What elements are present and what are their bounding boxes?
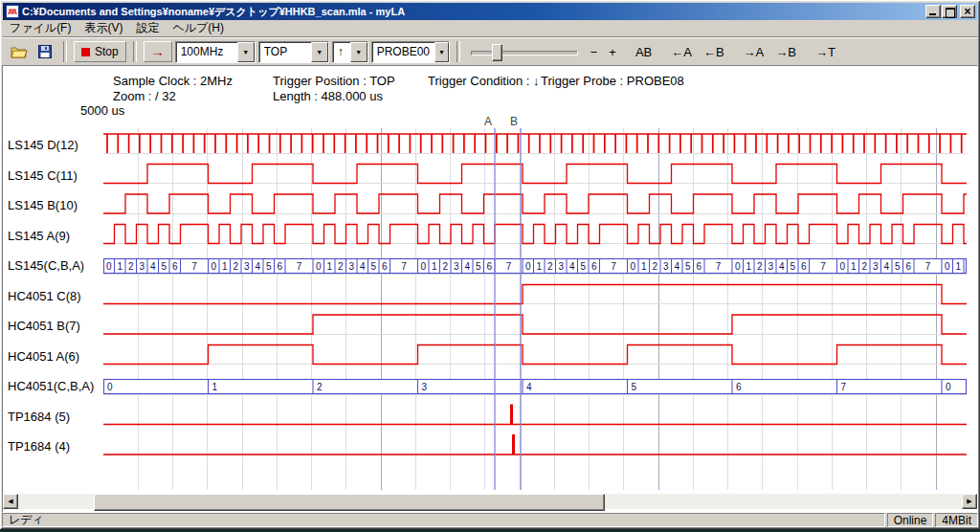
sample-clock-info: Sample Clock : 2MHz: [113, 74, 233, 88]
channel-label: LS145(C,B,A): [8, 258, 84, 273]
zoom-button-1[interactable]: −: [585, 41, 604, 62]
save-button[interactable]: [33, 41, 56, 62]
zoom-button-group: −+AB←A←B→A→B→T: [585, 41, 841, 62]
scroll-right-icon: ▶: [967, 498, 971, 505]
channel-label: LS145 B(10): [8, 198, 78, 212]
bus-value: 0: [107, 382, 113, 392]
bus-value: 2: [443, 261, 449, 272]
status-bar: レディ Online 4MBit: [2, 513, 978, 527]
bus-value: 7: [841, 382, 847, 392]
scrollbar-thumb[interactable]: [94, 494, 605, 511]
bus-value: 6: [172, 261, 178, 272]
bus-value: 1: [212, 382, 218, 392]
bus-value: 5: [371, 261, 377, 272]
bus-value: 2: [653, 261, 658, 272]
bus-value: 6: [801, 261, 807, 272]
open-file-button[interactable]: [8, 41, 31, 62]
zoom-slider-handle[interactable]: [492, 44, 502, 61]
bus-value: 3: [873, 261, 879, 272]
zoom-button-6[interactable]: →A: [738, 41, 770, 62]
bus-value: 4: [150, 261, 156, 272]
waveform-svg[interactable]: 0123456701234567012345670123456701234567…: [103, 115, 967, 492]
menu-item[interactable]: 表示(V): [78, 19, 129, 37]
bus-value: 4: [884, 261, 890, 272]
channel-label: HC4051 B(7): [8, 319, 80, 333]
run-button[interactable]: →: [144, 41, 172, 62]
bus-value: 7: [401, 261, 407, 272]
zoom-slider[interactable]: [471, 41, 578, 62]
trigger-position-select[interactable]: TOP ▼: [258, 41, 329, 63]
horizontal-scrollbar[interactable]: ◀ ▶: [3, 494, 977, 509]
channel-label: LS145 C(11): [8, 168, 78, 183]
bus-value: 4: [569, 261, 575, 272]
bus-value: 2: [757, 261, 763, 272]
bus-value: 3: [349, 261, 355, 272]
close-icon: ×: [964, 7, 970, 16]
scroll-right-button[interactable]: ▶: [962, 494, 977, 509]
bus-value: 4: [360, 261, 366, 272]
pulse-mark: [512, 434, 515, 454]
bus-value: 0: [106, 261, 112, 272]
channel-label: TP1684 (4): [8, 439, 70, 454]
bus-value: 3: [140, 261, 145, 272]
bus-value: 7: [297, 261, 302, 272]
stop-label: Stop: [95, 45, 119, 58]
menu-item[interactable]: ファイル(F): [3, 19, 78, 37]
zoom-button-5[interactable]: ←B: [698, 41, 730, 62]
bus-value: 6: [382, 261, 388, 272]
bus-value: 1: [432, 261, 437, 272]
zoom-button-2[interactable]: +: [603, 41, 622, 62]
marker-label: B: [510, 115, 518, 128]
waveform-trace: [103, 194, 967, 213]
menu-bar: ファイル(F)表示(V)設定ヘルプ(H): [3, 20, 977, 36]
bus-value: 4: [675, 261, 680, 272]
folder-open-icon: [11, 45, 28, 58]
bus-value: 7: [925, 261, 931, 272]
bus-value: 5: [162, 261, 167, 272]
stop-icon: [81, 48, 90, 56]
chevron-down-icon[interactable]: ▼: [311, 42, 328, 62]
bus-value: 7: [506, 261, 512, 272]
waveform-trace: [103, 285, 967, 304]
chevron-down-icon[interactable]: ▼: [237, 42, 255, 62]
waveform-trace: [103, 225, 967, 244]
waveform-trace: [103, 315, 967, 334]
stop-button[interactable]: Stop: [74, 41, 126, 62]
menu-item[interactable]: 設定: [129, 19, 166, 37]
trigger-probe-value: PROBE00: [372, 42, 434, 62]
bus-value: 1: [851, 261, 857, 272]
maximize-button[interactable]: [942, 5, 957, 18]
menu-item[interactable]: ヘルプ(H): [166, 19, 231, 37]
bus-value: 0: [421, 261, 427, 272]
bus-value: 3: [422, 382, 428, 392]
run-arrow-icon: →: [151, 46, 165, 57]
bus-value: 5: [632, 382, 637, 392]
sample-clock-select[interactable]: 100MHz ▼: [175, 41, 256, 63]
trigger-edge-value: ↑: [333, 42, 350, 62]
minimize-button[interactable]: [925, 5, 941, 18]
scroll-left-button[interactable]: ◀: [3, 494, 18, 509]
trigger-edge-select[interactable]: ↑ ▼: [332, 41, 368, 63]
status-memory: 4MBit: [935, 513, 978, 527]
bus-value: 1: [956, 261, 962, 272]
bus-value: 2: [338, 261, 344, 272]
bus-value: 0: [840, 261, 846, 272]
scrollbar-track[interactable]: [18, 494, 962, 509]
app-window: C:¥Documents and Settings¥noname¥デスクトップ¥…: [0, 0, 980, 529]
trigger-probe-select[interactable]: PROBE00 ▼: [371, 41, 450, 63]
chevron-down-icon[interactable]: ▼: [434, 42, 449, 62]
zoom-button-7[interactable]: →B: [769, 41, 802, 62]
close-button[interactable]: ×: [960, 5, 975, 18]
zoom-button-8[interactable]: →T: [810, 41, 841, 62]
app-icon: [6, 5, 19, 18]
channel-label: LS145 D(12): [8, 138, 78, 152]
chevron-down-icon[interactable]: ▼: [350, 42, 368, 62]
title-bar[interactable]: C:¥Documents and Settings¥noname¥デスクトップ¥…: [3, 3, 977, 20]
bus-value: 7: [716, 261, 722, 272]
length-info: Length : 488.000 us: [273, 89, 383, 103]
bus-value: 3: [244, 261, 250, 272]
bus-value: 0: [735, 261, 741, 272]
zoom-button-4[interactable]: ←A: [665, 41, 698, 62]
bus-value: 0: [212, 261, 217, 272]
zoom-button-3[interactable]: AB: [630, 41, 657, 62]
